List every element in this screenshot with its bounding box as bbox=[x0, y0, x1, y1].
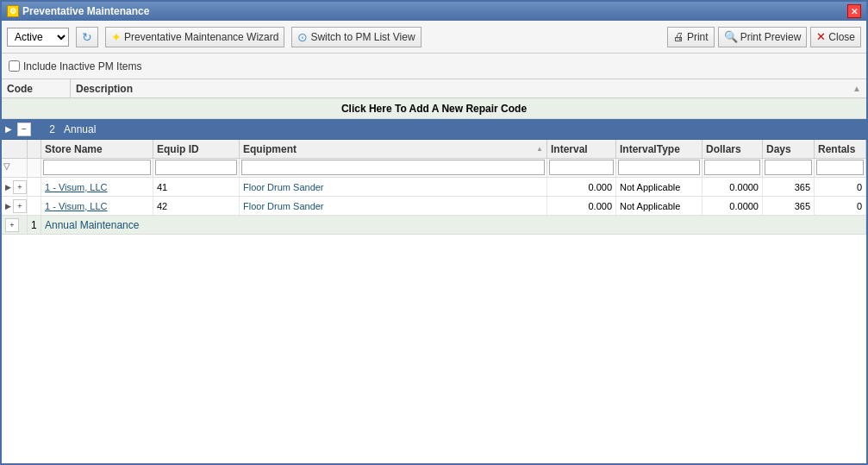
dollars-filter-input[interactable] bbox=[704, 160, 760, 175]
filter-cell-2 bbox=[28, 159, 41, 177]
interval-type-header: IntervalType bbox=[616, 140, 703, 158]
row2-interval: 0.000 bbox=[547, 197, 616, 215]
group2-expander-cell[interactable]: + bbox=[2, 216, 28, 234]
row1-equipment[interactable]: Floor Drum Sander bbox=[240, 178, 547, 196]
filter-interval-type[interactable] bbox=[616, 159, 703, 177]
table-row[interactable]: ▶ + 1 - Visum, LLC 42 Floor Drum Sander … bbox=[2, 197, 866, 216]
row1-interval: 0.000 bbox=[547, 178, 616, 196]
row1-equip-id: 41 bbox=[153, 178, 240, 196]
print-preview-label: Print Preview bbox=[740, 31, 802, 43]
filter-input-row: ▽ bbox=[2, 159, 866, 178]
add-repair-code-row[interactable]: Click Here To Add A New Repair Code bbox=[2, 98, 866, 119]
row2-expander-cell[interactable]: ▶ + bbox=[2, 197, 28, 215]
rentals-filter-input[interactable] bbox=[816, 160, 864, 175]
interval-type-filter-input[interactable] bbox=[618, 160, 700, 175]
rentals-header: Rentals bbox=[815, 140, 866, 158]
inactive-filter-checkbox[interactable] bbox=[9, 60, 20, 72]
inactive-filter-label: Include Inactive PM Items bbox=[9, 60, 141, 72]
row1-store-name[interactable]: 1 - Visum, LLC bbox=[41, 178, 153, 196]
row2-expand-arrow[interactable]: ▶ bbox=[5, 202, 11, 211]
row1-expander-cell[interactable]: ▶ + bbox=[2, 178, 28, 196]
filter-interval[interactable] bbox=[547, 159, 616, 177]
window-close-button[interactable]: ✕ bbox=[847, 4, 861, 18]
row1-expand-arrow[interactable]: ▶ bbox=[5, 183, 11, 192]
toolbar: Active Inactive All ↻ ✦ Preventative Mai… bbox=[2, 21, 866, 53]
group-name-annual: Annual bbox=[64, 123, 96, 135]
code-header: Code bbox=[2, 79, 71, 97]
filter-equipment[interactable] bbox=[240, 159, 547, 177]
close-icon: ✕ bbox=[816, 30, 826, 43]
print-preview-button[interactable]: 🔍 Print Preview bbox=[718, 27, 808, 47]
store-name-header: Store Name bbox=[41, 140, 153, 158]
expand2-col-header bbox=[28, 140, 41, 158]
table-row[interactable]: ▶ + 1 - Visum, LLC 41 Floor Drum Sander … bbox=[2, 178, 866, 197]
interval-header: Interval bbox=[547, 140, 616, 158]
print-preview-icon: 🔍 bbox=[724, 30, 738, 43]
expander-col-header bbox=[2, 140, 28, 158]
dollars-header: Dollars bbox=[703, 140, 763, 158]
row2-rentals: 0 bbox=[815, 197, 866, 215]
row1-expand-button[interactable]: + bbox=[13, 180, 27, 194]
wizard-icon: ✦ bbox=[111, 30, 122, 44]
equip-id-filter-input[interactable] bbox=[155, 160, 237, 175]
add-repair-code-text: Click Here To Add A New Repair Code bbox=[341, 103, 527, 115]
row2-interval-type: Not Applicable bbox=[616, 197, 703, 215]
toolbar-right: 🖨 Print 🔍 Print Preview ✕ Close bbox=[667, 27, 861, 47]
close-button[interactable]: ✕ Close bbox=[810, 27, 861, 47]
group-id-annual: 2 bbox=[34, 123, 60, 135]
row2-check-cell bbox=[28, 197, 41, 215]
days-filter-input[interactable] bbox=[765, 160, 812, 175]
filter-cell-1: ▽ bbox=[2, 159, 28, 177]
wizard-button[interactable]: ✦ Preventative Maintenance Wizard bbox=[105, 27, 284, 47]
group2-name: Annual Maintenance bbox=[45, 219, 139, 231]
group2-row: + 1 Annual Maintenance bbox=[2, 216, 866, 235]
window-title: Preventative Maintenance bbox=[22, 5, 149, 17]
row1-days: 365 bbox=[763, 178, 815, 196]
print-label: Print bbox=[687, 31, 709, 43]
sort-arrow: ▲ bbox=[852, 84, 861, 93]
title-bar-left: ⚙ Preventative Maintenance bbox=[7, 5, 149, 17]
listview-button[interactable]: ⊙ Switch to PM List View bbox=[291, 27, 421, 47]
data-area[interactable]: Click Here To Add A New Repair Code ▶ − … bbox=[2, 98, 866, 463]
filter-days[interactable] bbox=[763, 159, 815, 177]
description-header: Description ▲ bbox=[71, 79, 866, 97]
row2-store-name[interactable]: 1 - Visum, LLC bbox=[41, 197, 153, 215]
days-header: Days bbox=[763, 140, 815, 158]
row2-equipment[interactable]: Floor Drum Sander bbox=[240, 197, 547, 215]
row2-equip-id: 42 bbox=[153, 197, 240, 215]
row2-days: 365 bbox=[763, 197, 815, 215]
refresh-button[interactable]: ↻ bbox=[76, 27, 98, 47]
group2-name-cell[interactable]: Annual Maintenance bbox=[41, 216, 866, 234]
group2-id: 1 bbox=[31, 219, 37, 231]
filter-dollars[interactable] bbox=[703, 159, 763, 177]
store-name-filter-input[interactable] bbox=[43, 160, 151, 175]
equipment-sort-arrow: ▲ bbox=[536, 145, 543, 153]
row1-interval-type: Not Applicable bbox=[616, 178, 703, 196]
expand-row-arrow[interactable]: ▶ bbox=[5, 124, 12, 134]
collapse-button-annual[interactable]: − bbox=[17, 123, 31, 136]
row2-expand-button[interactable]: + bbox=[13, 199, 27, 213]
title-bar: ⚙ Preventative Maintenance ✕ bbox=[2, 2, 866, 21]
filter-store-name[interactable] bbox=[41, 159, 153, 177]
filter-funnel-icon: ▽ bbox=[3, 161, 10, 171]
inactive-filter-text: Include Inactive PM Items bbox=[23, 60, 141, 72]
status-dropdown[interactable]: Active Inactive All bbox=[7, 28, 69, 47]
row1-dollars: 0.0000 bbox=[703, 178, 763, 196]
close-label: Close bbox=[828, 31, 855, 43]
filter-rentals[interactable] bbox=[815, 159, 866, 177]
row1-check-cell bbox=[28, 178, 41, 196]
group2-expand-button[interactable]: + bbox=[5, 218, 19, 232]
wizard-label: Preventative Maintenance Wizard bbox=[124, 31, 278, 43]
filter-equip-id[interactable] bbox=[153, 159, 240, 177]
equipment-header: Equipment ▲ bbox=[240, 140, 547, 158]
equipment-filter-input[interactable] bbox=[241, 160, 545, 175]
interval-filter-input[interactable] bbox=[549, 160, 614, 175]
listview-label: Switch to PM List View bbox=[310, 31, 415, 43]
refresh-icon: ↻ bbox=[82, 30, 92, 44]
column-headers: Code Description ▲ bbox=[2, 79, 866, 98]
print-button[interactable]: 🖨 Print bbox=[667, 27, 715, 47]
sub-column-headers: Store Name Equip ID Equipment ▲ Interval… bbox=[2, 140, 866, 159]
group2-id-cell: 1 bbox=[28, 216, 41, 234]
filter-bar: Include Inactive PM Items bbox=[2, 53, 866, 79]
app-icon: ⚙ bbox=[7, 5, 19, 17]
